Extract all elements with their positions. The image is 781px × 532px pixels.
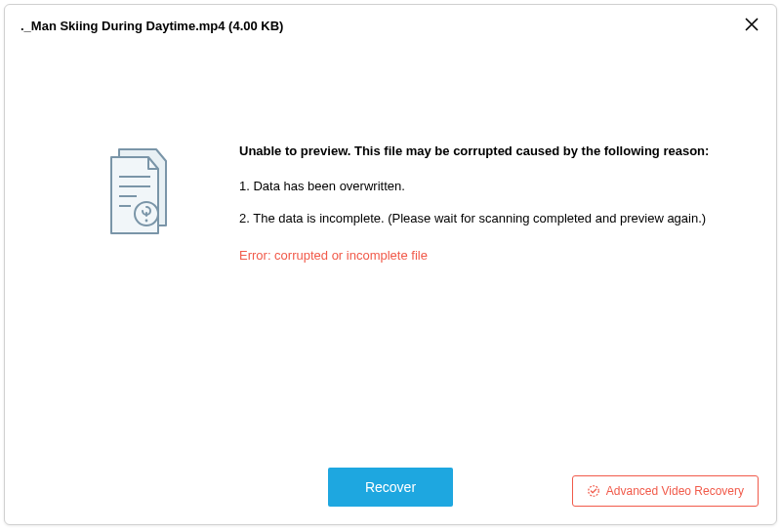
reason-2: 2. The data is incomplete. (Please wait … xyxy=(239,209,737,228)
close-button[interactable] xyxy=(741,15,762,36)
recover-button[interactable]: Recover xyxy=(328,468,453,507)
recovery-icon xyxy=(587,484,600,498)
dialog-title: ._Man Skiing During Daytime.mp4 (4.00 KB… xyxy=(21,19,283,33)
svg-point-6 xyxy=(145,220,148,223)
message-column: Unable to preview. This file may be corr… xyxy=(200,142,737,265)
close-icon xyxy=(744,15,760,36)
dialog-content: Unable to preview. This file may be corr… xyxy=(5,44,776,454)
svg-point-7 xyxy=(589,486,599,497)
corrupted-document-icon xyxy=(105,147,178,237)
error-detail: Error: corrupted or incomplete file xyxy=(239,246,737,266)
icon-column xyxy=(83,142,200,237)
preview-error-dialog: ._Man Skiing During Daytime.mp4 (4.00 KB… xyxy=(4,4,777,525)
dialog-header: ._Man Skiing During Daytime.mp4 (4.00 KB… xyxy=(5,5,776,44)
dialog-footer: Recover Advanced Video Recovery xyxy=(5,454,776,524)
advanced-button-label: Advanced Video Recovery xyxy=(606,484,744,498)
reason-1: 1. Data has been overwritten. xyxy=(239,177,737,196)
advanced-video-recovery-button[interactable]: Advanced Video Recovery xyxy=(572,475,759,507)
error-heading: Unable to preview. This file may be corr… xyxy=(239,142,737,161)
